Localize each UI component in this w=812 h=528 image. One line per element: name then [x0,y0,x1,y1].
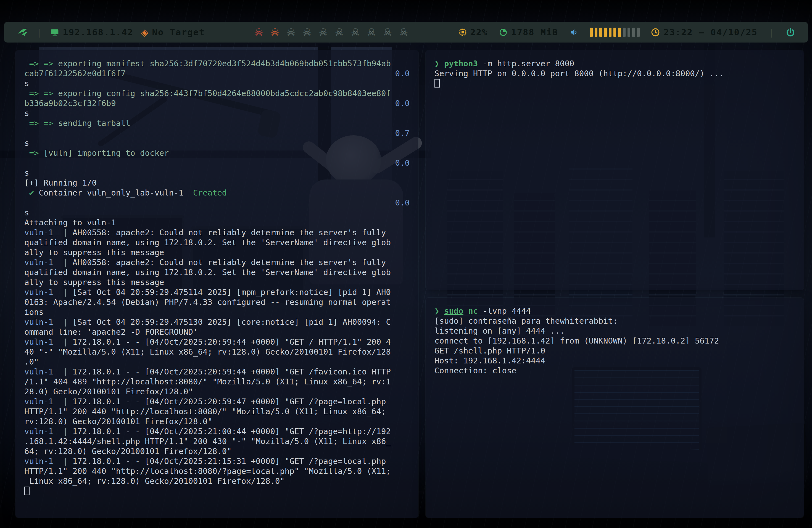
terminal-text: => => [24,89,58,98]
terminal-http-server[interactable]: ❯ python3 -m http.server 8000Serving HTT… [425,50,804,290]
volume-level-bars [590,28,640,37]
swallow-logo-icon[interactable] [17,27,29,38]
volume-level-bar[interactable] [595,28,597,37]
terminal-line: connect to [192.168.1.42] from (UNKNOWN)… [434,336,795,346]
terminal-line: HTTP/1.1" 200 440 "http://localhost:8080… [24,466,410,476]
terminal-line: [sudo] contraseña para thewhiterabbit: [434,316,795,326]
terminal-text: vuln-1 | [24,288,68,297]
terminal-line: => => exporting manifest sha256:3df70720… [24,59,410,69]
terminal-docker-compose[interactable]: => => exporting manifest sha256:3df70720… [15,50,418,518]
terminal-text: Attaching to vuln-1 [24,218,116,227]
terminal-text: 64; rv:128.0) Gecko/20100101 Firefox/128… [24,446,232,456]
workspace-skull[interactable]: ☠ [255,27,264,37]
terminal-line: ally to suppress this message [24,277,410,287]
terminal-text: vuln-1 | [24,367,68,377]
terminal-text: 0.0 [395,98,410,108]
workspace-skull[interactable]: ☠ [319,27,328,37]
volume-level-bar[interactable] [632,28,635,37]
volume-level-bar[interactable] [604,28,607,37]
terminal-text: ions [24,307,44,317]
terminal-text: 0.7 [395,128,410,138]
terminal-line: qualified domain name, using 172.18.0.2.… [24,267,410,277]
terminal-line: vuln-1 | 172.18.0.1 - - [04/Oct/2025:20:… [24,367,410,377]
terminal-text: [Sat Oct 04 20:59:29.475130 2025] [core:… [68,317,391,327]
terminal-line: 0.0 [24,198,410,208]
terminal-text: qualified domain name, using 172.18.0.2.… [24,268,391,277]
terminal-text: vuln-1 | [24,337,68,347]
terminal-text: exporting config sha256:443f7bf50d4264e8… [58,89,391,98]
volume-level-bar[interactable] [627,28,630,37]
terminal-text: 28.0) Gecko/20100101 Firefox/128.0" [24,387,193,396]
terminal-text: sudo [444,306,463,316]
host-ip: 192.168.1.42 [63,27,133,38]
speaker-icon[interactable] [569,28,579,37]
target-indicator: ◈ No Target [141,27,205,38]
terminal-line: ✔ Container vuln_only_lab-vuln-1 Created [24,188,410,198]
volume-level-bar[interactable] [637,28,640,37]
terminal-text: ✔ [29,188,34,197]
volume-level-bar[interactable] [609,28,611,37]
terminal-text: vuln-1 | [24,397,68,406]
volume-level-bar[interactable] [623,28,626,37]
bar-right-group: 22% 1788 MiB [458,27,795,38]
terminal-text: ommand line: 'apache2 -D FOREGROUND' [24,327,198,337]
terminal-cursor [24,487,30,495]
workspace-skull[interactable]: ☠ [383,27,392,37]
terminal-text: [+] Running 1/0 [24,178,97,188]
terminal-text: s [24,168,29,178]
volume-level-bar[interactable] [613,28,616,37]
terminal-text: connect to [192.168.1.42] from (UNKNOWN)… [434,336,719,346]
terminal-text: b336a9b02c3cf32f6b9 [24,99,116,108]
terminal-line: s [24,138,410,148]
terminal-text [24,188,29,197]
power-icon[interactable] [785,27,795,37]
terminal-text: 0.0 [395,158,410,168]
workspace-skulls: ☠☠☠☠☠☠☠☠☠☠ [255,27,409,37]
terminal-text: 172.18.0.1 - - [04/Oct/2025:20:59:44 +00… [68,367,391,377]
terminal-line: => => sending tarball [24,118,410,128]
terminal-line: listening on [any] 4444 ... [434,326,795,336]
cpu-usage: 22% [470,27,488,38]
terminal-cursor [434,79,440,88]
terminal-line: ❯ sudo nc -lvnp 4444 [434,306,795,316]
terminal-line: vuln-1 | 172.18.0.1 - - [04/Oct/2025:21:… [24,426,410,436]
terminal-text: 0163: Apache/2.4.54 (Debian) PHP/7.4.33 … [24,297,391,307]
terminal-line: s [24,78,410,88]
terminal-text: 0.0 [395,69,410,78]
terminal-text: 172.18.0.1 - - [04/Oct/2025:20:59:44 +00… [68,337,391,347]
terminal-text: => => [24,59,58,68]
workspace-skull[interactable]: ☠ [399,27,408,37]
volume-level-bar[interactable] [599,28,602,37]
terminal-text: vuln-1 | [24,427,68,436]
workspace-skull[interactable]: ☠ [351,27,360,37]
terminal-text: AH00558: apache2: Could not reliably det… [68,258,386,267]
terminal-line: vuln-1 | [Sat Oct 04 20:59:29.475130 202… [24,317,410,327]
workspace-skull[interactable]: ☠ [271,27,280,37]
terminal-text: ❯ [434,59,444,68]
terminal-line [434,78,795,88]
terminal-text: AH00558: apache2: Could not reliably det… [68,228,386,237]
terminal-line: 40 "-" "Mozilla/5.0 (X11; Linux x86_64; … [24,347,410,357]
terminal-text: 172.18.0.1 - - [04/Oct/2025:21:15:31 +00… [68,456,386,466]
workspace-skull[interactable]: ☠ [367,27,376,37]
terminal-text: [vuln] importing to docker [44,148,169,158]
workspace-skull[interactable]: ☠ [303,27,312,37]
terminal-text: [sudo] contraseña para thewhiterabbit: [434,316,618,326]
terminal-line: 0163: Apache/2.4.54 (Debian) PHP/7.4.33 … [24,297,410,307]
terminal-line: s [24,208,410,218]
terminal-line [24,486,410,496]
volume-level-bar[interactable] [590,28,593,37]
terminal-text: 40 "-" "Mozilla/5.0 (X11; Linux x86_64; … [24,347,391,356]
terminal-line: .168.1.42:4444/shell.php HTTP/1.1" 200 4… [24,436,410,446]
workspace-skull[interactable]: ☠ [286,27,296,37]
workspace-skull[interactable]: ☠ [335,27,344,37]
terminal-text: vuln-1 | [24,228,68,237]
clock-text: 23:22 – 04/10/25 [663,27,757,38]
terminal-line: 64; rv:128.0) Gecko/20100101 Firefox/128… [24,446,410,456]
terminal-text: Container vuln_only_lab-vuln-1 [34,188,193,197]
memory-gauge-icon [499,28,508,37]
terminal-line: /1.1" 404 489 "http://localhost:8080/" "… [24,377,410,386]
terminal-netcat-listener[interactable]: ❯ sudo nc -lvnp 4444[sudo] contraseña pa… [425,298,804,518]
terminal-line: [+] Running 1/0 [24,178,410,188]
volume-level-bar[interactable] [618,28,621,37]
